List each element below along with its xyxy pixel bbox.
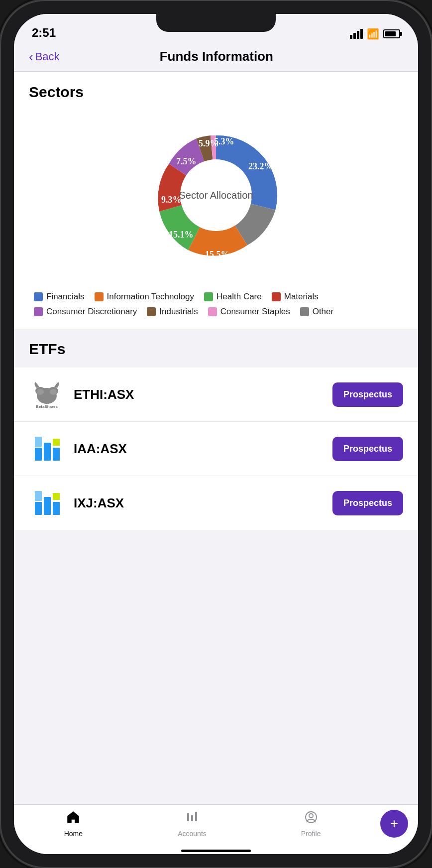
legend-dot-other [300,307,309,316]
status-time: 2:51 [32,26,56,40]
label-other: 5.3% [214,136,234,146]
svg-rect-12 [35,491,42,501]
label-consumer-disc: 9.3% [161,195,182,205]
add-icon: + [390,817,398,831]
legend-dot-financials [34,292,43,301]
sectors-title: Sectors [29,84,403,101]
page-title: Funds Information [60,49,373,64]
legend-label-industrials: Industrials [159,307,198,317]
wifi-icon: 📶 [367,28,379,40]
home-icon [66,810,80,828]
legend-label-healthcare: Health Care [216,292,262,302]
legend-item-it: Information Technology [95,292,194,302]
back-label: Back [35,50,60,63]
header: ‹ Back Funds Information [14,44,418,72]
etfs-section: ETFs [14,329,418,358]
svg-rect-9 [53,439,60,446]
betashares-svg: BetaShares [29,377,64,412]
tab-profile-label: Profile [301,830,321,838]
svg-point-20 [309,814,313,818]
legend-item-consumer-disc: Consumer Discretionary [34,307,137,317]
legend-label-materials: Materials [284,292,319,302]
legend-item-other: Other [300,307,334,317]
tab-home[interactable]: Home [14,810,133,838]
notch [156,14,276,32]
label-financials: 23.2% [248,161,273,171]
legend-dot-healthcare [204,292,213,301]
legend-dot-industrials [147,307,156,316]
etfs-title: ETFs [29,341,403,358]
svg-rect-13 [44,497,51,515]
legend-label-it: Information Technology [107,292,194,302]
svg-rect-8 [44,443,51,461]
legend-item-industrials: Industrials [147,307,198,317]
ethi-prospectus-button[interactable]: Prospectus [332,382,403,407]
ixj-prospectus-button[interactable]: Prospectus [332,491,403,515]
svg-point-4 [50,389,57,395]
home-indicator [14,846,418,854]
legend-dot-materials [272,292,281,301]
svg-rect-15 [53,502,60,515]
status-icons: 📶 [350,28,400,40]
legend-item-materials: Materials [272,292,319,302]
sectors-section: Sectors [14,72,418,329]
legend-item-consumer-staples: Consumer Staples [208,307,290,317]
profile-icon [304,810,318,828]
label-materials: 15.1% [169,230,194,240]
tab-bar: Home Accounts [14,804,418,846]
etf-list: BetaShares ETHI:ASX Prospectus [14,368,418,530]
iaa-ticker: IAA:ASX [74,441,324,457]
legend-label-consumer-disc: Consumer Discretionary [46,307,137,317]
phone-screen: 2:51 📶 ‹ Back Funds Information [14,14,418,854]
content-area: Sectors [14,72,418,804]
tab-home-label: Home [64,830,83,838]
tab-profile[interactable]: Profile [251,810,370,838]
ixj-logo-svg [31,487,63,519]
svg-rect-14 [53,493,60,500]
add-button[interactable]: + [380,810,408,838]
svg-rect-17 [191,815,193,821]
label-it: 18.2% [265,227,290,237]
legend-item-healthcare: Health Care [204,292,262,302]
svg-rect-7 [35,437,42,447]
ethi-ticker: ETHI:ASX [74,387,324,402]
ethi-logo: BetaShares [29,376,65,412]
svg-text:BetaShares: BetaShares [36,404,58,409]
ixj-ticker: IXJ:ASX [74,496,324,511]
signal-icon [350,29,363,39]
legend-label-other: Other [313,307,334,317]
label-industrials: 7.5% [176,156,197,166]
home-indicator-bar [181,850,251,852]
tab-accounts[interactable]: Accounts [133,810,252,838]
iaa-prospectus-button[interactable]: Prospectus [332,437,403,461]
label-healthcare: 15.5% [205,249,230,259]
back-button[interactable]: ‹ Back [29,50,60,63]
tab-accounts-label: Accounts [178,830,207,838]
accounts-icon [185,810,199,828]
chart-container: 23.2% 18.2% 15.5% 15.1% 9.3% 7.5% [29,111,403,280]
legend-dot-consumer-staples [208,307,217,316]
iaa-logo [29,431,65,467]
svg-rect-11 [35,502,42,515]
etf-item-iaa: IAA:ASX Prospectus [14,422,418,476]
svg-rect-6 [35,448,42,461]
chart-legend: Financials Information Technology Health… [29,292,403,317]
chart-center-label: Sector Allocation [179,189,253,202]
svg-rect-16 [187,813,189,821]
iaa-logo-svg [31,433,63,465]
back-chevron-icon: ‹ [29,50,33,63]
legend-dot-it [95,292,104,301]
legend-item-financials: Financials [34,292,85,302]
ixj-logo [29,485,65,521]
etf-item-ixj: IXJ:ASX Prospectus [14,476,418,530]
phone-frame: 2:51 📶 ‹ Back Funds Information [0,0,432,868]
legend-dot-consumer-disc [34,307,43,316]
svg-point-3 [37,389,44,395]
battery-icon [383,29,400,38]
svg-rect-18 [195,812,197,821]
donut-chart: 23.2% 18.2% 15.5% 15.1% 9.3% 7.5% [131,111,301,280]
etf-item-ethi: BetaShares ETHI:ASX Prospectus [14,368,418,422]
legend-label-consumer-staples: Consumer Staples [220,307,290,317]
svg-rect-10 [53,448,60,461]
legend-label-financials: Financials [46,292,85,302]
